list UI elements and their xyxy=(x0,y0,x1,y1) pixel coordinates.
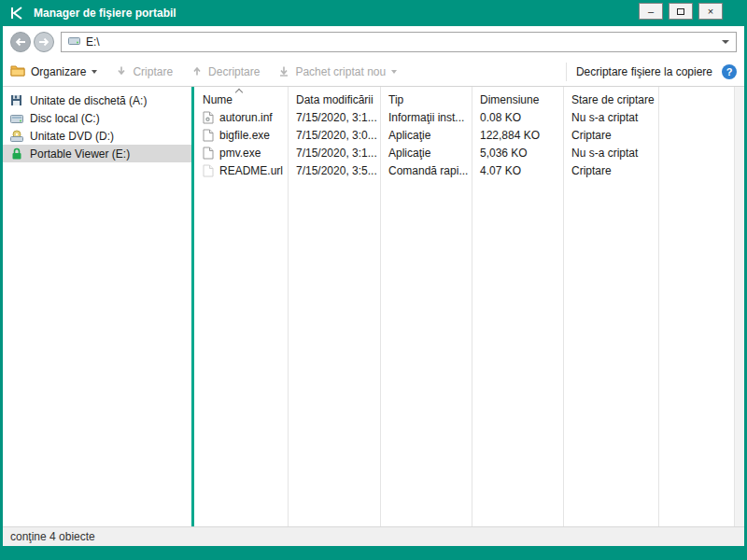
file-date: 7/15/2020, 3:1... xyxy=(288,111,380,124)
address-bar[interactable]: E:\ xyxy=(61,32,737,52)
file-type: Aplicaţie xyxy=(380,147,472,160)
organize-button[interactable]: Organizare xyxy=(10,64,97,79)
column-divider[interactable] xyxy=(288,87,289,526)
content-area: Unitate de dischetă (A:) Disc local (C:)… xyxy=(3,87,744,526)
help-icon[interactable]: ? xyxy=(722,64,737,79)
column-divider[interactable] xyxy=(380,87,381,526)
floppy-drive-icon xyxy=(9,94,23,106)
forward-arrow-icon xyxy=(38,37,49,47)
window-title: Manager de fişiere portabil xyxy=(34,0,176,26)
maximize-button[interactable] xyxy=(669,3,693,20)
sidebar-item-dvd-d[interactable]: Unitate DVD (D:) xyxy=(3,127,191,145)
encrypted-drive-lock-icon xyxy=(9,147,23,160)
status-text: conţine 4 obiecte xyxy=(10,530,95,543)
sidebar-item-label: Portable Viewer (E:) xyxy=(30,147,130,161)
column-header-size[interactable]: Dimensiune xyxy=(472,87,563,108)
address-dropdown-icon[interactable] xyxy=(722,40,729,44)
forward-button[interactable] xyxy=(34,32,54,52)
file-size: 4.07 KO xyxy=(472,164,563,177)
column-header-date[interactable]: Data modificării xyxy=(288,87,380,108)
file-row-readme-url[interactable]: README.url 7/15/2020, 3:5... Comandă rap… xyxy=(194,161,744,179)
sidebar-item-label: Unitate DVD (D:) xyxy=(30,130,114,143)
file-size: 5,036 KO xyxy=(472,147,563,160)
column-divider[interactable] xyxy=(563,87,564,526)
window-frame-bottom xyxy=(0,546,747,560)
sidebar-item-label: Disc local (C:) xyxy=(30,112,100,125)
maximize-icon xyxy=(677,8,684,15)
file-name: autorun.inf xyxy=(219,111,273,124)
sidebar-item-local-disk-c[interactable]: Disc local (C:) xyxy=(3,109,191,127)
file-type: Aplicaţie xyxy=(380,129,472,142)
portable-file-manager-window: Manager de fişiere portabil – × E:\ xyxy=(0,0,747,560)
file-name: bigfile.exe xyxy=(219,129,270,142)
status-bar: conţine 4 obiecte xyxy=(3,526,744,546)
kaspersky-logo-icon xyxy=(9,6,24,21)
file-status: Nu s-a criptat xyxy=(563,111,658,124)
titlebar: Manager de fişiere portabil – × xyxy=(0,0,747,26)
toolbar-separator xyxy=(566,63,567,81)
new-encrypted-package-button[interactable]: Pachet criptat nou xyxy=(278,65,397,79)
new-encrypted-package-dropdown-icon xyxy=(391,70,397,74)
file-date: 7/15/2020, 3:5... xyxy=(288,164,380,177)
folder-icon xyxy=(10,64,25,79)
encrypt-arrow-icon xyxy=(116,65,127,79)
back-button[interactable] xyxy=(10,32,31,52)
file-status: Criptare xyxy=(563,164,658,177)
url-file-icon xyxy=(203,164,214,177)
file-date: 7/15/2020, 3:1... xyxy=(288,147,380,160)
decrypt-label: Decriptare xyxy=(208,65,260,78)
new-encrypted-package-label: Pachet criptat nou xyxy=(295,65,386,78)
sidebar-item-portable-viewer-e[interactable]: Portable Viewer (E:) xyxy=(3,145,191,162)
address-path: E:\ xyxy=(86,35,716,49)
exe-file-icon xyxy=(203,129,214,142)
file-name: pmv.exe xyxy=(219,147,261,160)
vertical-scrollbar[interactable] xyxy=(734,87,744,526)
sidebar-item-label: Unitate de dischetă (A:) xyxy=(30,94,147,107)
navigation-bar: E:\ xyxy=(3,26,744,58)
column-header-type[interactable]: Tip xyxy=(380,87,472,108)
file-list: Nume Data modificării Tip Dimensiune Sta… xyxy=(194,87,744,526)
column-divider[interactable] xyxy=(472,87,472,526)
file-size: 122,884 KO xyxy=(472,129,563,142)
minimize-button[interactable]: – xyxy=(639,3,663,20)
list-header: Nume Data modificării Tip Dimensiune Sta… xyxy=(194,87,744,108)
file-status: Nu s-a criptat xyxy=(563,147,658,160)
window-controls: – × xyxy=(639,3,723,20)
toolbar: Organizare Criptare Decriptare Pachet cr… xyxy=(3,58,744,87)
organize-dropdown-icon xyxy=(92,70,97,74)
encrypt-label: Criptare xyxy=(133,65,173,78)
column-divider[interactable] xyxy=(658,87,659,526)
organize-label: Organizare xyxy=(31,65,86,78)
file-status: Criptare xyxy=(563,129,658,142)
file-size: 0.08 KO xyxy=(472,111,563,124)
file-row-pmv-exe[interactable]: pmv.exe 7/15/2020, 3:1... Aplicaţie 5,03… xyxy=(194,144,744,161)
column-header-status[interactable]: Stare de criptare xyxy=(563,87,658,108)
file-type: Comandă rapi... xyxy=(380,164,472,177)
toolbar-right-group: Decriptare fişiere la copiere ? xyxy=(566,63,737,81)
file-row-bigfile-exe[interactable]: bigfile.exe 7/15/2020, 3:0... Aplicaţie … xyxy=(194,126,744,144)
inf-file-icon xyxy=(203,111,214,124)
sidebar-item-floppy-a[interactable]: Unitate de dischetă (A:) xyxy=(3,91,191,109)
decrypt-button[interactable]: Decriptare xyxy=(191,65,260,79)
hard-drive-icon xyxy=(9,113,23,124)
drive-tree: Unitate de dischetă (A:) Disc local (C:)… xyxy=(3,87,191,526)
dvd-drive-icon xyxy=(9,130,23,142)
file-row-autorun-inf[interactable]: autorun.inf 7/15/2020, 3:1... Informaţii… xyxy=(194,108,744,126)
new-encrypted-package-icon xyxy=(278,65,289,79)
encrypt-button[interactable]: Criptare xyxy=(116,65,173,79)
file-name: README.url xyxy=(219,164,283,177)
exe-file-icon xyxy=(203,147,214,160)
file-date: 7/15/2020, 3:0... xyxy=(288,129,380,142)
decrypt-on-copy-link[interactable]: Decriptare fişiere la copiere xyxy=(576,65,712,78)
close-button[interactable]: × xyxy=(698,3,723,20)
address-drive-icon xyxy=(68,35,80,49)
file-type: Informaţii inst... xyxy=(380,111,472,124)
back-arrow-icon xyxy=(15,37,26,47)
decrypt-arrow-icon xyxy=(191,65,203,79)
